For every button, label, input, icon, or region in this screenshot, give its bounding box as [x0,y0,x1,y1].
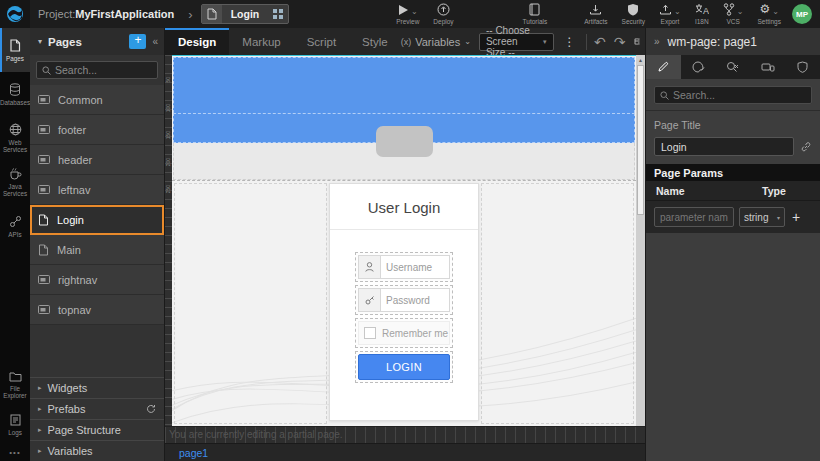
section-widgets[interactable]: ▸ Widgets [30,377,164,398]
project-breadcrumb[interactable]: Project:MyFirstApplication [38,8,174,20]
save-icon[interactable] [634,35,640,48]
shield-icon [627,3,639,16]
ruler-label: 200 [165,158,171,166]
params-table-row: string ▾ + [646,201,820,233]
tab-devices[interactable] [750,55,785,79]
logs-icon [10,414,21,426]
rail-item-pages[interactable]: Pages [0,28,30,72]
rail-item-java-services[interactable]: Java Services [0,160,30,204]
right-column[interactable] [481,183,634,424]
properties-search[interactable] [654,86,812,104]
i18n-button[interactable]: A I18N [688,3,716,25]
tab-security[interactable] [785,55,820,79]
deploy-button[interactable]: Deploy [426,3,460,25]
collapse-right-icon[interactable]: » [654,36,660,47]
remember-me-row[interactable]: Remember me [355,318,453,348]
page-item-common[interactable]: Common [30,85,164,115]
rail-overflow-dots[interactable]: ••• [0,443,30,461]
devices-icon [761,62,775,73]
page-item-topnav[interactable]: topnav [30,295,164,325]
wavemaker-logo[interactable] [0,0,30,28]
username-row[interactable] [355,252,453,282]
remember-me-checkbox[interactable] [364,327,376,339]
grid-icon[interactable] [268,9,288,19]
page-item-login[interactable]: Login [30,205,164,235]
logo-placeholder[interactable] [376,126,433,157]
param-type-select[interactable]: string ▾ [739,207,785,227]
pages-panel-header: ▾ Pages + « [30,28,164,55]
tab-markup[interactable]: Markup [229,28,293,55]
user-icon [359,256,381,278]
export-button[interactable]: ⌄ Export [652,3,688,25]
page-item-footer[interactable]: footer [30,115,164,145]
artifacts-button[interactable]: Artifacts [577,3,614,25]
redo-button[interactable]: ↷ [614,35,626,49]
page-item-leftnav[interactable]: leftnav [30,175,164,205]
canvas-more-menu[interactable]: ⋮ [562,35,578,49]
scroll-up-icon[interactable]: ▲ [638,55,643,63]
properties-search-input[interactable] [673,89,806,101]
page-item-rightnav[interactable]: rightnav [30,265,164,295]
folder-icon [9,371,22,382]
add-param-button[interactable]: + [790,209,802,225]
tab-events[interactable] [716,55,751,79]
artifacts-label: Artifacts [584,18,607,25]
header-block-top[interactable] [173,57,635,113]
status-page-link[interactable]: page1 [165,447,208,459]
security-button[interactable]: Security [615,3,652,25]
tab-styles[interactable] [681,55,716,79]
caret-right-icon: ▸ [38,426,42,434]
variables-dropdown[interactable]: (x) Variables ⌄ [401,36,471,48]
password-input[interactable] [381,289,449,311]
tab-style[interactable]: Style [349,28,401,55]
section-page-structure[interactable]: ▸ Page Structure [30,419,164,440]
login-card[interactable]: User Login [329,183,479,421]
settings-button[interactable]: ⚙⌄ Settings [751,3,789,25]
partial-icon [38,155,50,164]
caret-right-icon: ▸ [38,447,42,455]
tab-script[interactable]: Script [294,28,349,55]
preview-button[interactable]: ⌄ Preview [389,3,426,25]
canvas-column: Design Markup Script Style (x) Variables… [165,28,645,461]
section-prefabs[interactable]: ▸ Prefabs [30,398,164,419]
undo-button[interactable]: ↶ [594,35,606,49]
scrollbar-thumb[interactable] [637,65,644,215]
vcs-button[interactable]: ⌄ VCS [716,3,751,25]
add-page-button[interactable]: + [129,34,146,49]
password-row[interactable] [355,285,453,315]
caret-right-icon: ▸ [38,384,42,392]
section-label: Prefabs [48,403,86,415]
username-input[interactable] [381,256,449,278]
user-avatar[interactable]: MP [792,4,812,24]
export-label: Export [661,18,680,25]
rail-item-file-explorer[interactable]: File Explorer [0,363,30,407]
pages-search-input[interactable] [55,64,152,76]
section-variables[interactable]: ▸ Variables [30,440,164,461]
vcs-chevron-icon: ⌄ [737,8,744,16]
screen-size-select[interactable]: -- Choose Screen Size -- ▾ [479,33,554,51]
login-button[interactable]: LOGIN [358,354,450,380]
rail-item-apis[interactable]: APIs [0,204,30,248]
tab-properties[interactable] [646,55,681,79]
rail-item-databases[interactable]: Databases [0,72,30,116]
pages-caret-icon[interactable]: ▾ [38,37,42,46]
page-item-header[interactable]: header [30,145,164,175]
rail-label: APIs [8,231,21,238]
canvas-vertical-scrollbar[interactable]: ▲ [636,55,645,426]
tab-design[interactable]: Design [165,28,229,55]
pages-search[interactable] [36,61,158,79]
collapse-panel-icon[interactable]: « [152,36,158,47]
tutorials-button[interactable]: Tutorials [516,3,555,25]
param-name-input[interactable] [654,207,734,227]
left-column[interactable] [174,183,327,424]
rail-item-logs[interactable]: Logs [0,407,30,443]
page-item-main[interactable]: Main [30,235,164,265]
bind-link-icon[interactable] [800,141,812,153]
rail-item-web-services[interactable]: Web Services [0,116,30,160]
refresh-icon[interactable] [146,404,156,414]
page-title-section: Page Title [646,111,820,164]
page-canvas[interactable]: User Login [172,55,636,426]
open-page-tab[interactable]: Login [201,4,290,24]
page-title-input[interactable] [654,137,794,156]
caret-right-icon: ▸ [38,405,42,413]
